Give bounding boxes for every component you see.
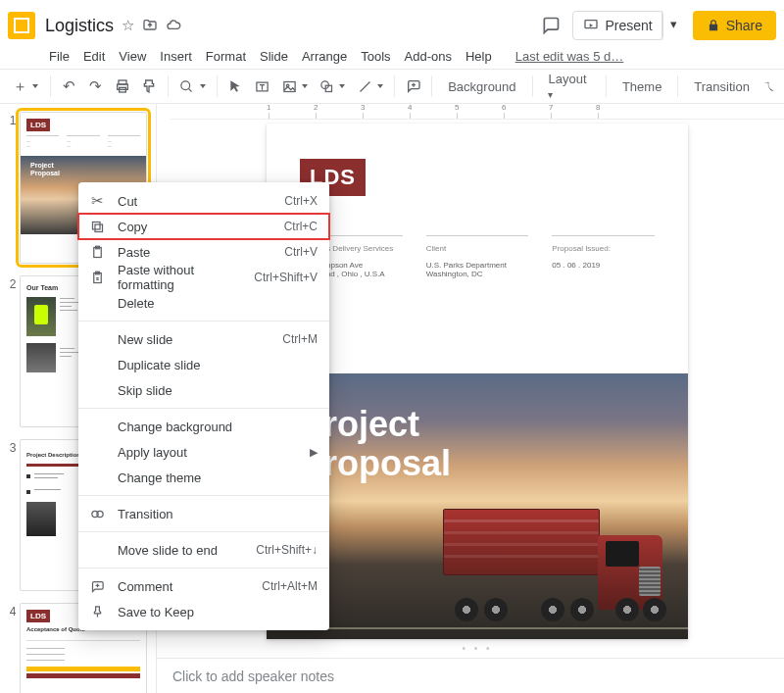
cloud-status-icon[interactable]	[166, 18, 181, 33]
svg-rect-11	[92, 222, 100, 229]
textbox-tool[interactable]	[250, 73, 274, 100]
zoom-tool[interactable]	[174, 73, 199, 100]
menu-move-slide-end[interactable]: Move slide to end Ctrl+Shift+↓	[78, 537, 329, 563]
star-icon[interactable]: ☆	[122, 17, 134, 34]
thumb-number: 4	[6, 603, 20, 693]
present-button[interactable]: Present	[572, 11, 662, 40]
layout-button[interactable]: Layout	[538, 68, 600, 105]
shape-tool[interactable]	[315, 73, 339, 100]
speaker-notes[interactable]: Click to add speaker notes	[157, 658, 784, 693]
thumb-number: 1	[6, 112, 20, 264]
paste-icon	[88, 243, 106, 261]
menu-change-theme[interactable]: Change theme	[78, 465, 329, 490]
context-menu: ✂ Cut Ctrl+X Copy Ctrl+C Paste Ctrl+V Pa…	[78, 182, 329, 630]
menu-tools[interactable]: Tools	[355, 46, 396, 67]
menu-paste[interactable]: Paste Ctrl+V	[78, 239, 329, 265]
header-actions: Present ▾ Share	[537, 11, 776, 40]
submenu-arrow-icon: ▶	[310, 446, 318, 459]
menu-change-background[interactable]: Change background	[78, 414, 329, 439]
comments-icon[interactable]	[537, 12, 564, 39]
undo-tool[interactable]: ↶	[56, 73, 80, 100]
paint-format-tool[interactable]	[137, 73, 162, 100]
slide-canvas[interactable]: LDS Logistics Delivery Services 37 Thomp…	[267, 124, 688, 639]
document-title[interactable]: Logistics	[45, 16, 114, 36]
move-folder-icon[interactable]	[142, 18, 158, 33]
background-button[interactable]: Background	[438, 75, 525, 98]
image-tool[interactable]	[276, 73, 301, 100]
slide-info-columns: Logistics Delivery Services 37 Thompson …	[267, 196, 688, 287]
menu-insert[interactable]: Insert	[154, 46, 198, 67]
menu-apply-layout[interactable]: Apply layout ▶	[78, 439, 329, 465]
menu-comment[interactable]: Comment Ctrl+Alt+M	[78, 573, 329, 599]
menu-delete[interactable]: Delete	[78, 290, 329, 316]
svg-point-4	[181, 80, 190, 89]
paste-plain-icon	[88, 269, 106, 286]
menu-cut[interactable]: ✂ Cut Ctrl+X	[78, 188, 329, 214]
present-label: Present	[605, 18, 652, 33]
thumb-number: 3	[6, 439, 20, 591]
last-edit-link[interactable]: Last edit was 5 d…	[510, 46, 630, 67]
menu-bar: File Edit View Insert Format Slide Arran…	[0, 45, 784, 69]
header-bar: Logistics ☆ Present ▾ Share	[0, 0, 784, 45]
redo-tool[interactable]: ↷	[83, 73, 108, 100]
toolbar: ＋ ↶ ↷ Background Layout Theme Transition…	[0, 69, 784, 104]
toolbar-expand-icon[interactable]: ㄟ	[763, 77, 776, 95]
comment-icon	[88, 577, 106, 595]
menu-edit[interactable]: Edit	[77, 46, 111, 67]
print-tool[interactable]	[110, 73, 134, 100]
comment-tool[interactable]	[401, 73, 425, 100]
menu-copy[interactable]: Copy Ctrl+C	[78, 214, 329, 239]
menu-paste-without-formatting[interactable]: Paste without formatting Ctrl+Shift+V	[78, 265, 329, 290]
menu-file[interactable]: File	[43, 46, 75, 67]
menu-transition[interactable]: Transition	[78, 501, 329, 526]
new-slide-tool[interactable]: ＋	[8, 73, 32, 100]
menu-arrange[interactable]: Arrange	[296, 46, 353, 67]
theme-button[interactable]: Theme	[612, 75, 671, 98]
thumb1-badge: LDS	[26, 119, 50, 131]
cut-icon: ✂	[88, 192, 106, 210]
app-logo-icon[interactable]	[8, 12, 35, 39]
menu-skip-slide[interactable]: Skip slide	[78, 377, 329, 403]
share-button[interactable]: Share	[693, 11, 776, 40]
menu-new-slide[interactable]: New slide Ctrl+M	[78, 326, 329, 352]
menu-help[interactable]: Help	[460, 46, 498, 67]
thumb-number: 2	[6, 275, 20, 427]
menu-addons[interactable]: Add-ons	[399, 46, 458, 67]
menu-slide[interactable]: Slide	[254, 46, 294, 67]
horizontal-ruler: 12345678	[171, 104, 784, 120]
copy-icon	[88, 218, 106, 235]
menu-save-to-keep[interactable]: Save to Keep	[78, 599, 329, 624]
present-dropdown-caret[interactable]: ▾	[662, 11, 685, 40]
keep-icon	[88, 603, 106, 620]
menu-format[interactable]: Format	[200, 46, 252, 67]
svg-rect-6	[283, 81, 294, 91]
svg-rect-10	[95, 224, 103, 232]
slide-hero-image: ProjectProposal	[267, 373, 688, 639]
transition-button[interactable]: Transition	[684, 75, 760, 98]
slide-pager-dots: • • •	[171, 639, 784, 658]
line-tool[interactable]	[352, 73, 376, 100]
menu-duplicate-slide[interactable]: Duplicate slide	[78, 352, 329, 377]
svg-rect-0	[585, 21, 597, 28]
select-tool[interactable]	[223, 73, 248, 100]
menu-view[interactable]: View	[113, 46, 152, 67]
truck-graphic	[443, 509, 678, 621]
share-label: Share	[726, 18, 762, 33]
transition-icon	[88, 505, 106, 522]
title-area: Logistics ☆	[45, 16, 537, 36]
